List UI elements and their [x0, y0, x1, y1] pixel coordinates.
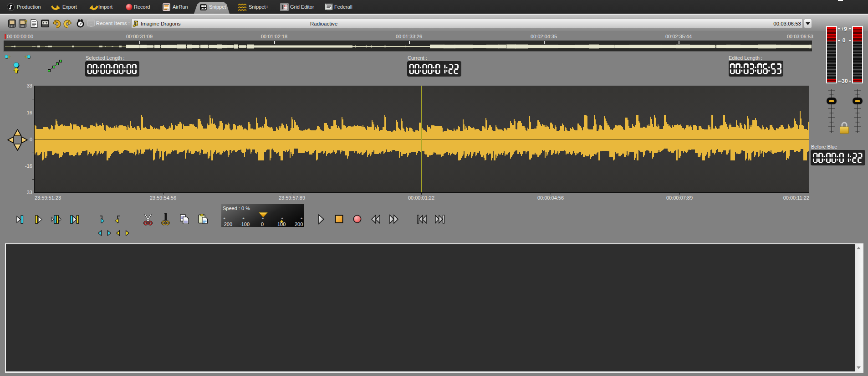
- svg-text:+: +: [262, 216, 264, 221]
- svg-text:?: ?: [24, 19, 27, 26]
- svg-text:+: +: [223, 216, 225, 221]
- svg-text:+: +: [242, 216, 245, 221]
- svg-text:+: +: [281, 216, 283, 221]
- svg-text:+: +: [301, 216, 303, 221]
